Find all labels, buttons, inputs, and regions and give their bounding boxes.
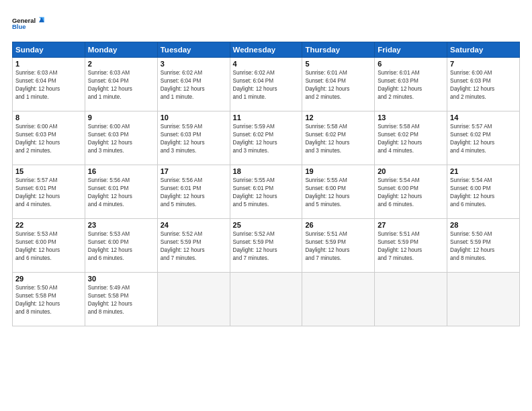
calendar-cell: 9Sunrise: 6:00 AM Sunset: 6:03 PM Daylig…	[85, 111, 157, 165]
calendar-cell: 22Sunrise: 5:53 AM Sunset: 6:00 PM Dayli…	[13, 219, 85, 273]
calendar-cell: 7Sunrise: 6:00 AM Sunset: 6:03 PM Daylig…	[447, 58, 520, 111]
logo-svg: General Blue	[12, 11, 46, 36]
day-info: Sunrise: 5:49 AM Sunset: 5:58 PM Dayligh…	[88, 284, 154, 316]
calendar-cell: 1Sunrise: 6:03 AM Sunset: 6:04 PM Daylig…	[13, 58, 85, 111]
calendar-cell	[302, 273, 375, 326]
calendar-cell: 18Sunrise: 5:55 AM Sunset: 6:01 PM Dayli…	[230, 165, 302, 219]
calendar-body: 1Sunrise: 6:03 AM Sunset: 6:04 PM Daylig…	[13, 58, 520, 326]
day-number: 28	[450, 221, 517, 229]
day-number: 23	[88, 221, 154, 229]
day-number: 2	[88, 60, 154, 68]
day-info: Sunrise: 5:54 AM Sunset: 6:00 PM Dayligh…	[450, 177, 517, 209]
calendar-cell: 26Sunrise: 5:51 AM Sunset: 5:59 PM Dayli…	[302, 219, 375, 273]
day-info: Sunrise: 6:02 AM Sunset: 6:04 PM Dayligh…	[233, 69, 300, 101]
day-info: Sunrise: 5:51 AM Sunset: 5:59 PM Dayligh…	[378, 230, 444, 263]
day-info: Sunrise: 5:52 AM Sunset: 5:59 PM Dayligh…	[233, 230, 300, 263]
calendar-cell	[157, 273, 230, 326]
weekday-header-friday: Friday	[375, 42, 447, 58]
day-info: Sunrise: 6:01 AM Sunset: 6:04 PM Dayligh…	[305, 69, 371, 101]
day-number: 25	[233, 221, 300, 229]
day-number: 22	[15, 221, 82, 229]
page: General Blue SundayMondayTuesdayWednesda…	[0, 0, 532, 411]
calendar-week-2: 8Sunrise: 6:00 AM Sunset: 6:03 PM Daylig…	[13, 111, 520, 165]
day-number: 13	[378, 113, 444, 122]
weekday-header-sunday: Sunday	[13, 42, 85, 58]
day-info: Sunrise: 5:56 AM Sunset: 6:01 PM Dayligh…	[161, 177, 227, 209]
day-info: Sunrise: 5:56 AM Sunset: 6:01 PM Dayligh…	[88, 177, 154, 209]
day-info: Sunrise: 5:50 AM Sunset: 5:59 PM Dayligh…	[450, 230, 517, 263]
calendar-cell: 19Sunrise: 5:55 AM Sunset: 6:00 PM Dayli…	[302, 165, 375, 219]
day-number: 19	[305, 167, 371, 175]
day-info: Sunrise: 5:57 AM Sunset: 6:02 PM Dayligh…	[450, 123, 517, 155]
calendar-cell: 21Sunrise: 5:54 AM Sunset: 6:00 PM Dayli…	[447, 165, 520, 219]
day-number: 12	[305, 113, 371, 122]
logo: General Blue	[12, 11, 46, 36]
day-info: Sunrise: 5:53 AM Sunset: 6:00 PM Dayligh…	[15, 230, 82, 263]
calendar-cell: 15Sunrise: 5:57 AM Sunset: 6:01 PM Dayli…	[13, 165, 85, 219]
day-number: 14	[450, 113, 517, 122]
calendar-cell: 23Sunrise: 5:53 AM Sunset: 6:00 PM Dayli…	[85, 219, 157, 273]
day-number: 9	[88, 113, 154, 122]
calendar-cell: 16Sunrise: 5:56 AM Sunset: 6:01 PM Dayli…	[85, 165, 157, 219]
calendar-cell	[230, 273, 302, 326]
calendar-cell: 6Sunrise: 6:01 AM Sunset: 6:03 PM Daylig…	[375, 58, 447, 111]
day-number: 20	[378, 167, 444, 175]
calendar-cell: 20Sunrise: 5:54 AM Sunset: 6:00 PM Dayli…	[375, 165, 447, 219]
calendar-week-3: 15Sunrise: 5:57 AM Sunset: 6:01 PM Dayli…	[13, 165, 520, 219]
weekday-header-tuesday: Tuesday	[157, 42, 230, 58]
calendar-cell: 27Sunrise: 5:51 AM Sunset: 5:59 PM Dayli…	[375, 219, 447, 273]
day-info: Sunrise: 5:58 AM Sunset: 6:02 PM Dayligh…	[378, 123, 444, 155]
header: General Blue	[12, 11, 520, 36]
day-number: 29	[15, 275, 82, 283]
calendar-cell: 4Sunrise: 6:02 AM Sunset: 6:04 PM Daylig…	[230, 58, 302, 111]
day-number: 4	[233, 60, 300, 68]
calendar-cell: 3Sunrise: 6:02 AM Sunset: 6:04 PM Daylig…	[157, 58, 230, 111]
day-info: Sunrise: 5:52 AM Sunset: 5:59 PM Dayligh…	[161, 230, 227, 263]
day-info: Sunrise: 6:03 AM Sunset: 6:04 PM Dayligh…	[88, 69, 154, 101]
calendar-table: SundayMondayTuesdayWednesdayThursdayFrid…	[12, 42, 520, 326]
calendar-cell	[447, 273, 520, 326]
day-info: Sunrise: 5:53 AM Sunset: 6:00 PM Dayligh…	[88, 230, 154, 263]
day-number: 1	[15, 60, 82, 68]
day-number: 10	[161, 113, 227, 122]
calendar-cell: 30Sunrise: 5:49 AM Sunset: 5:58 PM Dayli…	[85, 273, 157, 326]
day-number: 7	[450, 60, 517, 68]
day-info: Sunrise: 5:59 AM Sunset: 6:02 PM Dayligh…	[233, 123, 300, 155]
day-number: 3	[161, 60, 227, 68]
day-number: 26	[305, 221, 371, 229]
day-info: Sunrise: 5:55 AM Sunset: 6:00 PM Dayligh…	[305, 177, 371, 209]
calendar-header-row: SundayMondayTuesdayWednesdayThursdayFrid…	[13, 42, 520, 58]
calendar-cell: 5Sunrise: 6:01 AM Sunset: 6:04 PM Daylig…	[302, 58, 375, 111]
day-number: 8	[15, 113, 82, 122]
day-info: Sunrise: 6:00 AM Sunset: 6:03 PM Dayligh…	[88, 123, 154, 155]
day-info: Sunrise: 5:50 AM Sunset: 5:58 PM Dayligh…	[15, 284, 82, 316]
day-number: 6	[378, 60, 444, 68]
calendar-cell: 17Sunrise: 5:56 AM Sunset: 6:01 PM Dayli…	[157, 165, 230, 219]
day-info: Sunrise: 6:00 AM Sunset: 6:03 PM Dayligh…	[450, 69, 517, 101]
calendar-cell: 8Sunrise: 6:00 AM Sunset: 6:03 PM Daylig…	[13, 111, 85, 165]
day-info: Sunrise: 5:58 AM Sunset: 6:02 PM Dayligh…	[305, 123, 371, 155]
calendar-week-4: 22Sunrise: 5:53 AM Sunset: 6:00 PM Dayli…	[13, 219, 520, 273]
calendar-cell: 29Sunrise: 5:50 AM Sunset: 5:58 PM Dayli…	[13, 273, 85, 326]
calendar-cell: 11Sunrise: 5:59 AM Sunset: 6:02 PM Dayli…	[230, 111, 302, 165]
day-number: 30	[88, 275, 154, 283]
day-number: 11	[233, 113, 300, 122]
weekday-header-wednesday: Wednesday	[230, 42, 302, 58]
weekday-header-thursday: Thursday	[302, 42, 375, 58]
calendar-week-5: 29Sunrise: 5:50 AM Sunset: 5:58 PM Dayli…	[13, 273, 520, 326]
day-info: Sunrise: 5:59 AM Sunset: 6:03 PM Dayligh…	[161, 123, 227, 155]
day-number: 27	[378, 221, 444, 229]
day-number: 16	[88, 167, 154, 175]
calendar-cell: 13Sunrise: 5:58 AM Sunset: 6:02 PM Dayli…	[375, 111, 447, 165]
calendar-cell: 25Sunrise: 5:52 AM Sunset: 5:59 PM Dayli…	[230, 219, 302, 273]
calendar-cell	[375, 273, 447, 326]
day-number: 21	[450, 167, 517, 175]
day-info: Sunrise: 5:57 AM Sunset: 6:01 PM Dayligh…	[15, 177, 82, 209]
day-number: 5	[305, 60, 371, 68]
day-info: Sunrise: 5:54 AM Sunset: 6:00 PM Dayligh…	[378, 177, 444, 209]
weekday-header-monday: Monday	[85, 42, 157, 58]
day-number: 17	[161, 167, 227, 175]
day-info: Sunrise: 6:02 AM Sunset: 6:04 PM Dayligh…	[161, 69, 227, 101]
calendar-cell: 24Sunrise: 5:52 AM Sunset: 5:59 PM Dayli…	[157, 219, 230, 273]
calendar-week-1: 1Sunrise: 6:03 AM Sunset: 6:04 PM Daylig…	[13, 58, 520, 111]
